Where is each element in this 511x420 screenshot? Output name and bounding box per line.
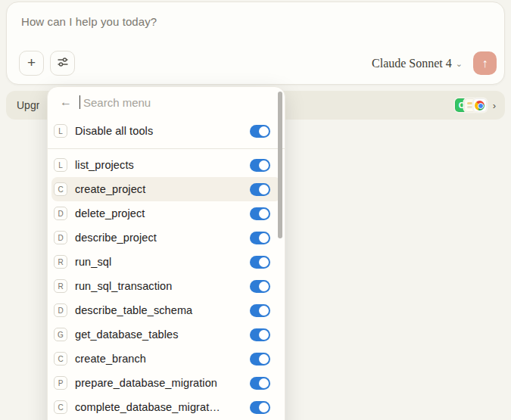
tool-badge: D: [54, 231, 67, 244]
tool-row[interactable]: L list_projects: [51, 153, 281, 177]
tool-label: create_branch: [75, 353, 242, 365]
tool-row[interactable]: G get_database_tables: [51, 322, 281, 347]
search-input[interactable]: [83, 96, 273, 109]
connector-icon-stack: C: [455, 98, 487, 112]
tool-badge: D: [54, 303, 67, 317]
disable-all-tools-label: Disable all tools: [75, 125, 242, 137]
banner-text: Upgr: [17, 99, 39, 111]
tool-label: prepare_database_migration: [75, 377, 242, 389]
tool-row[interactable]: D describe_table_schema: [51, 298, 281, 322]
tool-toggle[interactable]: [250, 256, 270, 269]
chevron-right-icon: ›: [493, 100, 496, 111]
disable-all-tools-toggle[interactable]: [250, 125, 270, 138]
model-selector[interactable]: Claude Sonnet 4 ⌄: [372, 57, 463, 70]
chrome-icon: [473, 98, 487, 112]
tool-toggle[interactable]: [250, 232, 270, 244]
tool-label: get_database_tables: [75, 328, 242, 341]
tool-toggle[interactable]: [250, 304, 270, 317]
plus-icon: +: [27, 55, 36, 70]
tool-label: describe_table_schema: [75, 304, 242, 316]
menu-tool-list: L list_projects C create_project D delet…: [48, 153, 285, 419]
tool-label: create_project: [75, 183, 242, 195]
tool-label: list_projects: [75, 159, 242, 171]
tool-badge: D: [54, 207, 67, 220]
menu-scrollbar-thumb[interactable]: [278, 92, 282, 238]
tools-menu: ← L Disable all tools L list_projects C …: [47, 86, 285, 420]
tool-badge: L: [54, 124, 67, 138]
back-arrow-icon[interactable]: ←: [60, 95, 72, 109]
banner-right: C ›: [455, 98, 496, 112]
tool-label: delete_project: [75, 207, 242, 219]
tool-label: complete_database_migrat…: [75, 401, 242, 413]
tool-toggle[interactable]: [250, 183, 270, 196]
tool-label: run_sql: [75, 256, 242, 268]
disable-all-tools-row[interactable]: L Disable all tools: [51, 117, 281, 145]
tool-row[interactable]: P prepare_database_migration: [51, 371, 281, 395]
text-caret: [79, 95, 80, 109]
tool-row[interactable]: R run_sql_transaction: [51, 274, 281, 298]
tool-row[interactable]: D describe_project: [51, 226, 281, 250]
tool-badge: R: [54, 255, 67, 269]
tool-row[interactable]: R run_sql: [51, 250, 281, 274]
attach-button[interactable]: +: [19, 51, 44, 76]
send-button[interactable]: ↑: [473, 51, 497, 75]
tool-label: describe_project: [75, 232, 242, 244]
tool-badge: P: [54, 376, 67, 390]
tool-badge: R: [54, 279, 67, 293]
menu-search-row: ←: [48, 87, 285, 117]
chat-composer[interactable]: How can I help you today? + Claude Sonne…: [6, 2, 505, 85]
tool-badge: C: [54, 400, 67, 414]
composer-toolbar: + Claude Sonnet 4 ⌄ ↑: [7, 51, 504, 76]
tool-row[interactable]: C create_branch: [51, 347, 281, 371]
tool-badge: C: [54, 182, 67, 196]
menu-divider: [48, 148, 285, 149]
chevron-down-icon: ⌄: [456, 59, 463, 69]
tool-toggle[interactable]: [250, 401, 270, 414]
tool-toggle[interactable]: [250, 207, 270, 220]
arrow-up-icon: ↑: [482, 57, 488, 70]
tool-badge: L: [54, 158, 67, 172]
tool-badge: G: [54, 328, 67, 341]
tools-settings-button[interactable]: [50, 51, 75, 76]
model-name: Claude Sonnet 4: [372, 57, 452, 70]
sliders-icon: [57, 56, 69, 70]
tool-label: run_sql_transaction: [75, 280, 242, 292]
tool-toggle[interactable]: [250, 159, 270, 172]
tool-badge: C: [54, 352, 67, 366]
tool-toggle[interactable]: [250, 280, 270, 293]
composer-placeholder: How can I help you today?: [21, 15, 157, 28]
tool-toggle[interactable]: [250, 377, 270, 390]
tool-row[interactable]: C complete_database_migrat…: [51, 395, 281, 419]
tool-toggle[interactable]: [250, 328, 270, 341]
tool-row[interactable]: C create_project: [51, 177, 281, 201]
tool-toggle[interactable]: [250, 353, 270, 366]
tool-row[interactable]: D delete_project: [51, 201, 281, 226]
